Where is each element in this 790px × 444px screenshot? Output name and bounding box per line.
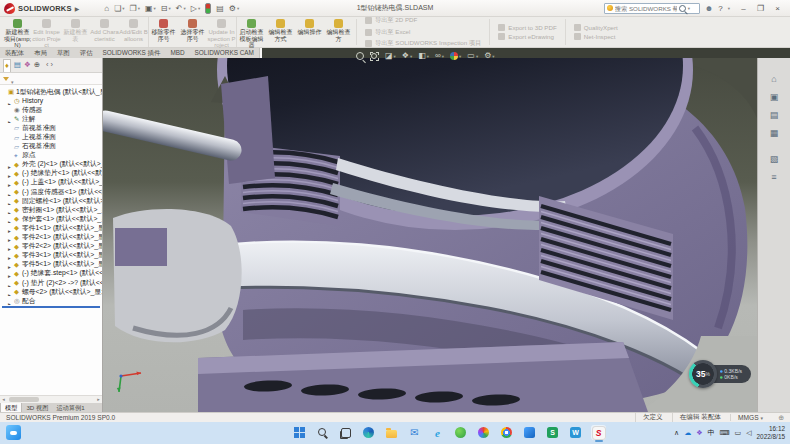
tree-filter-bar[interactable] [0,73,102,85]
tree-item[interactable]: 零件1<1> (默认<<默认>_显示状态 [0,223,102,232]
tree-horizontal-scrollbar[interactable] [0,395,102,403]
app-blue-button[interactable] [522,425,537,440]
open-file-icon[interactable]: ❐ ▾ [130,4,140,13]
welcome-icon[interactable]: ⌂ ▾ [104,4,109,13]
add-characteristic-button[interactable]: Add Characteristic [90,17,119,47]
start-button[interactable] [292,425,307,440]
export-3d-pdf-button[interactable]: Export to 3D PDF [498,24,557,31]
keyboard-icon[interactable]: ⌨ [719,429,729,437]
view-orientation-icon[interactable]: ▾ [402,51,412,61]
apply-scene-icon[interactable]: ▾ [467,51,478,61]
launch-template-editor-button[interactable]: 启动检查模板编辑器 [237,17,266,47]
scroll-left-icon[interactable] [0,396,7,403]
search-caret-icon[interactable]: ▾ [688,6,690,11]
widgets-button[interactable] [6,425,21,440]
net-inspect-button[interactable]: Net-Inspect [574,33,618,40]
close-button[interactable]: × [769,4,786,13]
section-view-icon[interactable]: ▾ [385,51,396,61]
menu-expand-arrow-icon[interactable]: ▶ [75,5,80,12]
configurationmanager-tab[interactable]: ❖ [24,59,31,71]
graphics-viewport[interactable]: 35% 0.3KB/s 0KB/s [103,58,757,412]
tree-item[interactable]: 上视基准面 [0,132,102,141]
wps-sheet-button[interactable]: S [545,425,560,440]
cast-icon[interactable]: ▭ [735,429,742,437]
panel-tab-overflow[interactable]: ‹ › [46,59,53,71]
ribbon-tab[interactable]: 草图 [52,48,75,58]
tree-item[interactable]: 零件3<1> (默认<<默认>_显示状态 [0,251,102,260]
print-icon[interactable]: ⊟ ▾ [161,4,171,13]
display-style-icon[interactable]: ▾ [418,51,429,61]
chrome-button[interactable] [499,425,514,440]
tree-item[interactable]: 传感器 [0,105,102,114]
export-edrawing-button[interactable]: Export eDrawing [498,33,557,40]
file-explorer-button[interactable] [384,425,399,440]
task-view-button[interactable] [338,425,353,440]
tree-item[interactable]: (-) 绝缘垫片<1> (默认<<默认>_显 [0,169,102,178]
tree-item[interactable]: 固定螺栓<1> (默认<<默认>_显示 [0,196,102,205]
ime-mode[interactable]: 中 [707,429,714,437]
search-icon[interactable] [679,5,686,12]
tree-item[interactable]: 外壳 (2)<1> (默认<<默认>_显示状 [0,160,102,169]
tree-item[interactable]: 右视基准面 [0,142,102,151]
edge-button[interactable] [361,425,376,440]
qualityxpert-button[interactable]: QualityXpert [574,24,618,31]
tree-item[interactable]: 零件2<1> (默认<<默认>_显示状态 [0,233,102,242]
browser-blue-button[interactable] [430,425,445,440]
search-box[interactable]: ▾ [604,3,700,14]
scroll-thumb[interactable] [9,397,39,402]
tree-item[interactable]: History [0,96,102,105]
options-icon[interactable]: ⚙ ▾ [229,4,239,13]
performance-widget[interactable]: 35% 0.3KB/s 0KB/s [689,360,751,388]
ribbon-tab[interactable]: SOLIDWORKS 插件 [98,48,166,58]
status-editing[interactable]: 在编辑 装配体 [672,413,730,422]
edit-inspection-method-button[interactable]: 编辑检查方 [324,17,353,47]
document-view-tab[interactable]: 模型 [0,403,22,412]
volume-icon[interactable]: ◁ [746,429,751,437]
new-inspection-project-button[interactable]: 新建检查项目(amp;N) [3,17,32,47]
tree-item[interactable]: 配合 [0,296,102,305]
ribbon-tab[interactable]: 布局 [29,48,52,58]
browser-green-button[interactable] [453,425,468,440]
tree-item[interactable]: 密封圈<1> (默认<<默认>_显示状 [0,205,102,214]
solidworks-button[interactable]: S [591,425,606,440]
media-wheel-button[interactable] [476,425,491,440]
tree-item[interactable]: 前视基准面 [0,123,102,132]
undo-icon[interactable]: ↶ ▾ [176,4,186,13]
featuremanager-tab[interactable]: ♦ [3,59,11,72]
export-sw-inspection-button[interactable]: 导出至 SOLIDWORKS Inspection 项目 [365,39,481,48]
select-balloons-button[interactable]: 选择零件序号 [178,17,207,47]
propertymanager-tab[interactable]: ▤ [14,59,21,71]
onedrive-icon[interactable]: ☁ [684,429,691,437]
ribbon-tab[interactable]: MBD [165,48,189,58]
new-inspection-sheet-button[interactable]: 新建检查表 [61,17,90,47]
login-icon[interactable]: ☻ [705,4,713,13]
help-caret-icon[interactable]: ▾ [728,6,730,11]
ribbon-tab[interactable]: 装配体 [0,48,29,58]
scroll-right-icon[interactable] [95,396,102,403]
status-tail-icon[interactable]: ⊕ [778,414,784,422]
edit-operations-button[interactable]: 编辑操作 [295,17,324,47]
view-settings-icon[interactable]: ▾ [484,51,494,61]
tree-item[interactable]: 零件5<1> (默认<<默认>_显示状态 [0,260,102,269]
add-edit-balloons-button[interactable]: Add/Edit Balloons [119,17,149,47]
zoom-area-icon[interactable]: ▾ [370,52,379,61]
restore-button[interactable]: ❐ [752,4,769,13]
custom-properties-icon[interactable]: ≡ [771,172,776,182]
tree-item[interactable]: 保护套<1> (默认<<默认>_显示状 [0,214,102,223]
rollback-bar[interactable] [2,306,100,308]
solidworks-resources-icon[interactable]: ⌂ [771,74,776,84]
tree-item[interactable]: 注解 [0,114,102,123]
scroll-track[interactable] [7,397,95,402]
minimize-button[interactable]: – [735,4,752,13]
tray-expand-icon[interactable]: ∧ [674,429,679,437]
select-icon[interactable]: ▷ ▾ [191,4,200,13]
ribbon-tab[interactable]: SOLIDWORKS CAM [190,48,259,58]
new-file-icon[interactable]: ❏ ▾ [114,4,124,13]
document-view-tab[interactable]: 运动算例1 [52,403,88,412]
dimxpertmanager-tab[interactable]: ⊕ [34,59,40,71]
edit-inspection-project-button[interactable]: Edit Inspection Project [32,17,61,47]
search-input[interactable] [615,5,677,12]
view-palette-icon[interactable]: ▦ [770,128,779,138]
tree-item[interactable]: 零件2<2> (默认<<默认>_显示状态 [0,242,102,251]
status-units[interactable]: MMGS ▾ [730,414,770,421]
